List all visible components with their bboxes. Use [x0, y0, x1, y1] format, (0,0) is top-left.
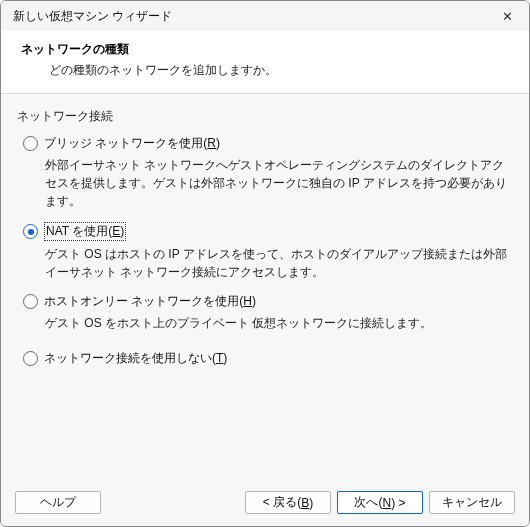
close-icon[interactable]: ✕: [493, 5, 521, 27]
option-hostonly: ホストオンリー ネットワークを使用(H) ゲスト OS をホスト上のプライベート…: [23, 293, 513, 332]
radio-label-hostonly: ホストオンリー ネットワークを使用(H): [44, 293, 256, 310]
radio-input-hostonly[interactable]: [23, 294, 38, 309]
page-subtitle: どの種類のネットワークを追加しますか。: [21, 62, 509, 79]
desc-hostonly: ゲスト OS をホスト上のプライベート 仮想ネットワークに接続します。: [45, 314, 513, 332]
cancel-button[interactable]: キャンセル: [429, 491, 515, 514]
radio-input-bridged[interactable]: [23, 136, 38, 151]
radio-label-bridged: ブリッジ ネットワークを使用(R): [44, 135, 220, 152]
wizard-header: ネットワークの種類 どの種類のネットワークを追加しますか。: [1, 31, 529, 93]
desc-bridged: 外部イーサネット ネットワークへゲストオペレーティングシステムのダイレクトアクセ…: [45, 156, 513, 210]
radio-label-none: ネットワーク接続を使用しない(T): [44, 350, 227, 367]
option-bridged: ブリッジ ネットワークを使用(R) 外部イーサネット ネットワークへゲストオペレ…: [23, 135, 513, 210]
radio-none[interactable]: ネットワーク接続を使用しない(T): [23, 350, 513, 367]
wizard-body: ネットワーク接続 ブリッジ ネットワークを使用(R) 外部イーサネット ネットワ…: [1, 93, 529, 481]
back-button[interactable]: < 戻る(B): [245, 491, 331, 514]
page-title: ネットワークの種類: [21, 41, 509, 58]
titlebar: 新しい仮想マシン ウィザード ✕: [1, 1, 529, 31]
radio-hostonly[interactable]: ホストオンリー ネットワークを使用(H): [23, 293, 513, 310]
radio-nat[interactable]: NAT を使用(E): [23, 222, 513, 241]
wizard-footer: ヘルプ < 戻る(B) 次へ(N) > キャンセル: [1, 481, 529, 526]
next-button[interactable]: 次へ(N) >: [337, 491, 423, 514]
radio-input-none[interactable]: [23, 351, 38, 366]
radio-bridged[interactable]: ブリッジ ネットワークを使用(R): [23, 135, 513, 152]
option-nat: NAT を使用(E) ゲスト OS はホストの IP アドレスを使って、ホストの…: [23, 222, 513, 281]
radio-input-nat[interactable]: [23, 224, 38, 239]
radio-label-nat: NAT を使用(E): [44, 222, 126, 241]
option-none: ネットワーク接続を使用しない(T): [23, 350, 513, 367]
help-button[interactable]: ヘルプ: [15, 491, 101, 514]
group-label: ネットワーク接続: [17, 108, 513, 125]
desc-nat: ゲスト OS はホストの IP アドレスを使って、ホストのダイアルアップ接続また…: [45, 245, 513, 281]
window-title: 新しい仮想マシン ウィザード: [13, 8, 172, 25]
